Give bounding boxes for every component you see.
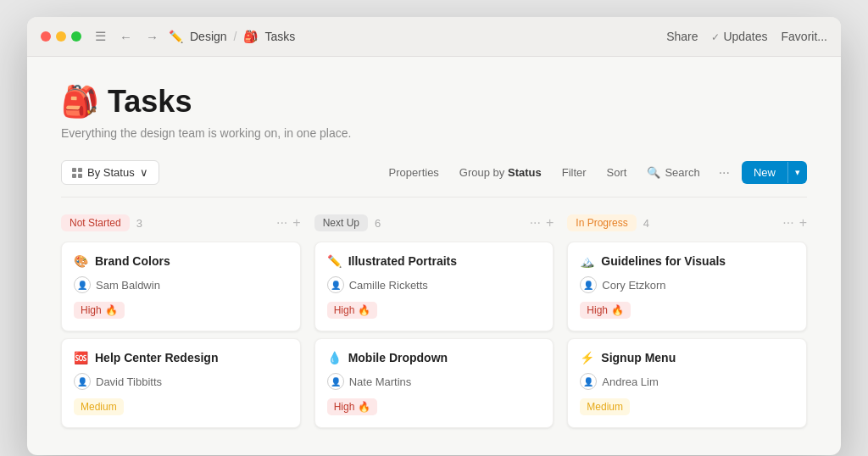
card-title-brand-colors: 🎨 Brand Colors <box>74 254 288 268</box>
column-actions-in-progress[interactable]: ··· + <box>782 215 807 231</box>
priority-illustrated: High 🔥 <box>327 302 378 319</box>
card-user-help-center: 👤 David Tibbitts <box>74 373 288 390</box>
app-window: ☰ ← → ✏️ Design / 🎒 Tasks Share ✓ Update… <box>27 17 841 455</box>
page-title-text: Tasks <box>108 84 192 120</box>
back-button[interactable]: ← <box>116 28 136 46</box>
avatar-illustrated: 👤 <box>327 276 344 293</box>
filter-button[interactable]: Filter <box>555 162 593 183</box>
page-icon: 🎒 <box>61 84 99 120</box>
priority-help-center: Medium <box>74 398 124 415</box>
card-icon-mobile: 💧 <box>327 351 342 364</box>
card-title-mobile: 💧 Mobile Dropdown <box>327 351 542 364</box>
column-actions-not-started[interactable]: ··· + <box>276 215 301 231</box>
column-add-icon-in-progress[interactable]: + <box>799 215 807 231</box>
breadcrumb-page-icon: 🎒 <box>243 30 258 43</box>
properties-button[interactable]: Properties <box>382 162 446 183</box>
card-title-signup: ⚡ Signup Menu <box>580 351 794 364</box>
share-button[interactable]: Share <box>666 30 698 43</box>
titlebar-nav: ☰ ← → ✏️ Design / 🎒 Tasks <box>92 27 295 46</box>
new-button-arrow: ▾ <box>787 162 807 183</box>
group-by-value: Status <box>508 166 542 179</box>
card-brand-colors[interactable]: 🎨 Brand Colors 👤 Sam Baldwin High 🔥 <box>61 242 301 331</box>
card-title-illustrated: ✏️ Illustrated Portraits <box>327 254 542 268</box>
new-button[interactable]: New ▾ <box>742 161 807 184</box>
search-icon: 🔍 <box>647 166 660 179</box>
card-user-guidelines: 👤 Cory Etzkorn <box>580 276 794 293</box>
column-count-next-up: 6 <box>375 217 381 230</box>
column-count-not-started: 3 <box>136 217 142 230</box>
avatar-help-center: 👤 <box>74 373 91 390</box>
checkmark-icon: ✓ <box>711 31 720 43</box>
group-by-prefix: Group by <box>459 166 504 179</box>
toolbar-left: By Status ∨ <box>61 160 159 185</box>
updates-button[interactable]: ✓ Updates <box>711 30 767 43</box>
forward-button[interactable]: → <box>142 28 162 46</box>
maximize-button[interactable] <box>71 31 81 42</box>
card-icon-signup: ⚡ <box>580 351 594 364</box>
card-signup-menu[interactable]: ⚡ Signup Menu 👤 Andrea Lim Medium <box>567 338 807 428</box>
titlebar-actions: Share ✓ Updates Favorit... <box>666 30 827 43</box>
sidebar-toggle-icon[interactable]: ☰ <box>92 27 109 46</box>
card-icon-help-center: 🆘 <box>74 351 88 364</box>
card-user-illustrated: 👤 Camille Ricketts <box>327 276 542 293</box>
grid-view-icon <box>72 168 82 178</box>
column-add-icon-next-up[interactable]: + <box>546 215 554 231</box>
search-button[interactable]: 🔍 Search <box>640 162 706 183</box>
priority-brand-colors: High 🔥 <box>74 302 125 319</box>
new-button-label: New <box>742 161 787 184</box>
breadcrumb-edit-icon: ✏️ <box>169 30 183 43</box>
favorites-button[interactable]: Favorit... <box>782 30 827 43</box>
toolbar: By Status ∨ Properties Group by Status F… <box>61 160 807 197</box>
priority-signup: Medium <box>580 398 630 415</box>
column-actions-next-up[interactable]: ··· + <box>530 215 554 231</box>
column-count-in-progress: 4 <box>643 217 649 230</box>
card-icon-illustrated: ✏️ <box>327 254 342 268</box>
main-content: 🎒 Tasks Everything the design team is wo… <box>27 57 841 455</box>
more-options-button[interactable]: ··· <box>714 162 735 184</box>
column-more-icon-next-up[interactable]: ··· <box>530 215 541 231</box>
card-user-brand-colors: 👤 Sam Baldwin <box>74 276 288 293</box>
breadcrumb-separator: / <box>234 30 237 43</box>
group-by-button[interactable]: Group by Status <box>453 162 548 183</box>
kanban-board: Not Started 3 ··· + 🎨 Brand Colors 👤 <box>61 214 807 435</box>
column-more-icon[interactable]: ··· <box>276 215 287 231</box>
column-title-in-progress: In Progress <box>567 214 636 231</box>
toolbar-right: Properties Group by Status Filter Sort 🔍… <box>382 161 807 184</box>
card-user-signup: 👤 Andrea Lim <box>580 373 794 390</box>
breadcrumb-current: Tasks <box>264 30 295 43</box>
card-icon-guidelines: 🏔️ <box>580 254 594 268</box>
avatar-signup: 👤 <box>580 373 597 390</box>
card-mobile-dropdown[interactable]: 💧 Mobile Dropdown 👤 Nate Martins High 🔥 <box>314 338 554 428</box>
breadcrumb-parent[interactable]: Design <box>190 30 227 43</box>
avatar-mobile: 👤 <box>327 373 344 390</box>
card-title-guidelines: 🏔️ Guidelines for Visuals <box>580 254 794 268</box>
card-title-help-center: 🆘 Help Center Redesign <box>74 351 288 364</box>
card-illustrated-portraits[interactable]: ✏️ Illustrated Portraits 👤 Camille Ricke… <box>314 242 554 331</box>
avatar-brand-colors: 👤 <box>74 276 91 293</box>
column-header-in-progress: In Progress 4 ··· + <box>567 214 807 231</box>
column-header-next-up: Next Up 6 ··· + <box>314 214 554 231</box>
column-add-icon[interactable]: + <box>292 215 300 231</box>
priority-mobile: High 🔥 <box>327 398 378 415</box>
column-more-icon-in-progress[interactable]: ··· <box>782 215 793 231</box>
titlebar: ☰ ← → ✏️ Design / 🎒 Tasks Share ✓ Update… <box>27 17 841 57</box>
card-help-center[interactable]: 🆘 Help Center Redesign 👤 David Tibbitts … <box>61 338 301 428</box>
page-description: Everything the design team is working on… <box>61 126 807 140</box>
column-in-progress: In Progress 4 ··· + 🏔️ Guidelines for Vi… <box>567 214 807 435</box>
view-selector-button[interactable]: By Status ∨ <box>61 160 159 185</box>
close-button[interactable] <box>41 31 51 42</box>
priority-guidelines: High 🔥 <box>580 302 631 319</box>
column-not-started: Not Started 3 ··· + 🎨 Brand Colors 👤 <box>61 214 301 435</box>
avatar-guidelines: 👤 <box>580 276 597 293</box>
view-label: By Status <box>87 166 135 179</box>
sort-button[interactable]: Sort <box>600 162 634 183</box>
card-icon-brand-colors: 🎨 <box>74 254 88 268</box>
card-user-mobile: 👤 Nate Martins <box>327 373 542 390</box>
card-guidelines[interactable]: 🏔️ Guidelines for Visuals 👤 Cory Etzkorn… <box>567 242 807 331</box>
traffic-lights <box>41 31 81 42</box>
column-title-next-up: Next Up <box>314 214 368 231</box>
column-next-up: Next Up 6 ··· + ✏️ Illustrated Portraits… <box>314 214 554 435</box>
chevron-down-icon: ∨ <box>140 166 148 179</box>
column-header-not-started: Not Started 3 ··· + <box>61 214 301 231</box>
minimize-button[interactable] <box>56 31 66 42</box>
